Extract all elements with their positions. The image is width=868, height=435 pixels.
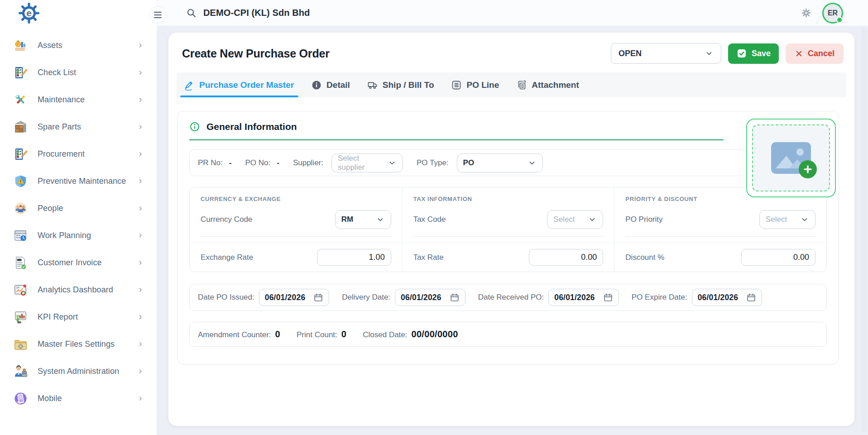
po-priority-placeholder: Select (766, 215, 787, 224)
close-icon (795, 49, 803, 58)
sidebar-item-analytics-dashboard[interactable]: Analytics Dashboard (0, 276, 157, 303)
dates-row: Date PO Issued: 06/01/2026 Delivery Date… (189, 284, 827, 311)
sidebar-item-label: Preventive Maintenance (38, 177, 127, 186)
chevron-down-icon (528, 158, 537, 167)
truck-icon (367, 80, 378, 91)
delivery-date-group: Delivery Date: 06/01/2026 (342, 289, 465, 306)
calendar-icon[interactable] (450, 292, 460, 302)
image-upload-dropzone[interactable] (746, 119, 836, 197)
pr-no-value: - (229, 158, 232, 167)
system-administration-icon (14, 364, 28, 378)
date-received-po-input[interactable]: 06/01/2026 (548, 289, 619, 306)
sidebar-item-customer-invoice[interactable]: Customer Invoice (0, 249, 157, 276)
sidebar-item-label: Mobile (38, 394, 127, 403)
image-placeholder-icon (771, 142, 811, 174)
sidebar-item-label: KPI Report (38, 312, 127, 322)
chevron-right-icon (137, 341, 144, 348)
po-priority-select[interactable]: Select (759, 210, 815, 229)
group-heading: CURRENCY & EXCHANGE (201, 196, 391, 202)
tax-code-select[interactable]: Select (547, 210, 603, 229)
date-po-issued-input[interactable]: 06/01/2026 (259, 289, 330, 306)
cancel-button-label: Cancel (808, 49, 834, 58)
currency-code-value: RM (341, 215, 353, 224)
sidebar-item-work-planning[interactable]: Work Planning (0, 222, 157, 249)
calendar-icon[interactable] (746, 292, 756, 302)
sidebar-item-procurement[interactable]: Procurement (0, 140, 157, 167)
po-type-select[interactable]: PO (457, 153, 543, 172)
sidebar-item-maintenance[interactable]: Maintenance (0, 86, 157, 113)
sidebar-item-label: Work Planning (38, 231, 127, 240)
amendment-counter-label: Amendment Counter: (198, 330, 271, 339)
sidebar-item-master-files-settings[interactable]: Master Files Settings (0, 330, 157, 358)
tab-po-line[interactable]: PO Line (451, 72, 499, 97)
dashed-divider (413, 236, 604, 243)
chevron-right-icon (137, 151, 144, 158)
chevron-right-icon (137, 395, 144, 402)
sidebar-item-label: Spare Parts (38, 122, 127, 132)
closed-date-group: Closed Date: 00/00/0000 (363, 329, 458, 339)
online-status-dot (836, 17, 843, 23)
search-icon[interactable] (186, 8, 197, 18)
user-avatar[interactable]: ER (822, 3, 843, 24)
tab-ship-bill-to[interactable]: Ship / Bill To (367, 72, 434, 97)
pr-no-label: PR No: (198, 158, 223, 167)
sidebar-item-label: Analytics Dashboard (38, 285, 127, 295)
chevron-down-icon (705, 49, 714, 58)
save-button-label: Save (752, 49, 771, 58)
po-expire-date-input[interactable]: 06/01/2026 (692, 289, 762, 306)
tab-detail[interactable]: Detail (311, 72, 350, 97)
customer-invoice-icon (14, 256, 28, 270)
app-logo[interactable]: e (0, 0, 157, 28)
cancel-button[interactable]: Cancel (786, 43, 844, 64)
delivery-date-input[interactable]: 06/01/2026 (395, 289, 465, 306)
calendar-icon[interactable] (313, 292, 323, 302)
discount-input[interactable]: 0.00 (741, 249, 815, 266)
chevron-right-icon (137, 259, 144, 266)
sidebar-item-mobile[interactable]: Mobile (0, 385, 157, 412)
tab-attachment[interactable]: Attachment (516, 72, 579, 97)
currency-code-label: Currency Code (201, 215, 252, 224)
page-header: Create New Purchase Order OPEN Save C (176, 33, 847, 69)
status-select[interactable]: OPEN (611, 43, 721, 64)
exchange-rate-input[interactable]: 1.00 (317, 249, 391, 266)
sidebar-item-spare-parts[interactable]: Spare Parts (0, 113, 157, 140)
delivery-date-label: Delivery Date: (342, 293, 390, 302)
counters-row: Amendment Counter: 0 Print Count: 0 Clos… (189, 322, 827, 347)
header-controls: OPEN Save Cancel (611, 43, 844, 64)
po-priority-label: PO Priority (625, 215, 662, 224)
sidebar-item-label: Master Files Settings (38, 339, 127, 349)
list-icon (451, 80, 462, 91)
chevron-right-icon (137, 42, 144, 49)
chevron-right-icon (137, 368, 144, 375)
sidebar-item-kpi-report[interactable]: KPI Report (0, 303, 157, 330)
currency-exchange-group: CURRENCY & EXCHANGE Currency Code RM (190, 187, 402, 243)
settings-gear-icon[interactable] (801, 8, 811, 18)
sidebar-item-assets[interactable]: Assets (0, 32, 157, 59)
sidebar-item-system-administration[interactable]: System Administration (0, 358, 157, 385)
po-header-row: PR No: - PO No: - Supplier: Select suppl… (189, 149, 827, 176)
sidebar-toggle-button[interactable] (149, 6, 166, 23)
check-icon (736, 48, 747, 59)
save-button[interactable]: Save (728, 43, 779, 64)
sidebar-item-check-list[interactable]: Check List (0, 59, 157, 86)
sidebar-item-label: Procurement (38, 149, 127, 159)
supplier-label: Supplier: (293, 158, 323, 167)
general-information-section: General Information PR No: - PO No: - Su… (177, 111, 839, 364)
tab-label: PO Line (466, 80, 499, 90)
tax-code-label: Tax Code (413, 215, 446, 224)
main-area: DEMO-CPI (KL) Sdn Bhd ER Create New Purc… (157, 0, 868, 435)
sidebar-item-preventive-maintenance[interactable]: Preventive Maintenance (0, 167, 157, 195)
currency-code-select[interactable]: RM (335, 210, 391, 229)
supplier-select-placeholder: Select supplier (338, 154, 388, 172)
pen-icon (184, 80, 195, 91)
calendar-icon[interactable] (603, 292, 613, 302)
print-count-label: Print Count: (297, 330, 337, 339)
tax-rate-input[interactable]: 0.00 (529, 249, 603, 266)
tab-purchase-order-master[interactable]: Purchase Order Master (184, 72, 294, 97)
supplier-select[interactable]: Select supplier (331, 153, 403, 172)
sidebar-item-people[interactable]: People (0, 195, 157, 222)
page-scrollbar[interactable] (861, 27, 867, 433)
company-name[interactable]: DEMO-CPI (KL) Sdn Bhd (203, 8, 310, 18)
tab-label: Purchase Order Master (199, 80, 294, 90)
workspace: Create New Purchase Order OPEN Save C (157, 26, 868, 435)
